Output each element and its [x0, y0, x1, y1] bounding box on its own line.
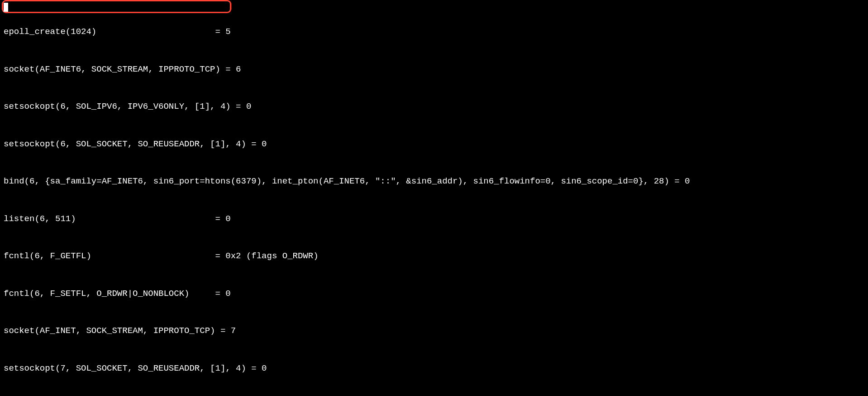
- syscall-result: = 6: [225, 64, 241, 74]
- terminal-output[interactable]: epoll_create(1024) = 5 socket(AF_INET6, …: [0, 0, 868, 396]
- syscall-result: = 7: [220, 326, 236, 336]
- syscall-call: socket(AF_INET, SOCK_STREAM, IPPROTO_TCP…: [4, 326, 215, 336]
- strace-line: socket(AF_INET6, SOCK_STREAM, IPPROTO_TC…: [4, 63, 868, 76]
- strace-line: setsockopt(6, SOL_SOCKET, SO_REUSEADDR, …: [4, 138, 868, 151]
- syscall-result: = 0: [251, 363, 267, 373]
- syscall-call: listen(6, 511): [4, 214, 76, 224]
- syscall-call: fcntl(6, F_SETFL, O_RDWR|O_NONBLOCK): [4, 289, 189, 299]
- syscall-result: = 0x2 (flags O_RDWR): [215, 251, 319, 261]
- strace-line: listen(6, 511) = 0: [4, 213, 868, 226]
- syscall-result: = 0: [215, 214, 231, 224]
- syscall-call: epoll_create(1024): [4, 27, 96, 37]
- syscall-call: setsockopt(6, SOL_SOCKET, SO_REUSEADDR, …: [4, 139, 246, 149]
- syscall-result: = 0: [236, 101, 251, 111]
- strace-line: setsockopt(6, SOL_IPV6, IPV6_V6ONLY, [1]…: [4, 101, 868, 113]
- syscall-call: socket(AF_INET6, SOCK_STREAM, IPPROTO_TC…: [4, 64, 220, 74]
- syscall-call: fcntl(6, F_GETFL): [4, 251, 91, 261]
- syscall-result: = 0: [674, 176, 690, 186]
- syscall-result: = 5: [215, 27, 230, 37]
- strace-line: setsockopt(7, SOL_SOCKET, SO_REUSEADDR, …: [4, 362, 868, 375]
- strace-line: bind(6, {sa_family=AF_INET6, sin6_port=h…: [4, 175, 868, 188]
- strace-line: socket(AF_INET, SOCK_STREAM, IPPROTO_TCP…: [4, 325, 868, 338]
- strace-line: fcntl(6, F_SETFL, O_RDWR|O_NONBLOCK) = 0: [4, 288, 868, 300]
- strace-line: epoll_create(1024) = 5: [4, 26, 868, 39]
- syscall-call: setsockopt(7, SOL_SOCKET, SO_REUSEADDR, …: [4, 363, 246, 373]
- syscall-result: = 0: [251, 139, 267, 149]
- syscall-call: bind(6, {sa_family=AF_INET6, sin6_port=h…: [4, 176, 669, 186]
- syscall-result: = 0: [215, 289, 230, 299]
- syscall-call: setsockopt(6, SOL_IPV6, IPV6_V6ONLY, [1]…: [4, 101, 231, 111]
- terminal-cursor: [4, 3, 8, 12]
- strace-line: fcntl(6, F_GETFL) = 0x2 (flags O_RDWR): [4, 250, 868, 263]
